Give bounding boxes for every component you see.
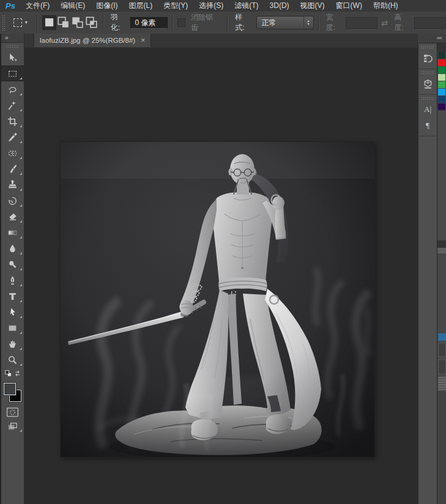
swatch-color[interactable] [438,67,445,73]
swatches-panel-header [437,43,446,52]
menu-select[interactable]: 选择(S) [193,0,229,12]
menu-image[interactable]: 图像(I) [91,0,123,12]
separator [318,15,319,31]
collapse-panels-button[interactable]: «« [418,34,446,43]
screen-mode-button[interactable] [1,419,24,434]
docked-panels-sliver [437,43,446,504]
panel-group-text: A| ¶ [418,95,437,136]
document-tab[interactable]: laofuziZB.jpg @ 25%(RGB/8#) × [34,34,151,47]
layers-control-sliver[interactable] [438,360,446,374]
swatch-color[interactable] [438,96,445,103]
tool-hand[interactable] [1,336,24,352]
menu-type[interactable]: 类型(Y) [158,0,193,12]
options-bar: ▾ 羽化: 0 像素 消除锯齿 样式: 正常 ▴▾ 宽度: ⇄ 高度: [0,12,446,34]
paragraph-panel-icon[interactable]: ¶ [420,117,436,133]
width-input [346,17,377,29]
quick-mask-button[interactable] [1,406,24,419]
separator [37,15,38,31]
tool-dodge[interactable] [1,256,24,272]
feather-input[interactable]: 0 像素 [130,17,167,29]
spinner-arrows-icon: ▴▾ [303,17,313,29]
menu-filter[interactable]: 滤镜(T) [229,0,264,12]
options-grip[interactable] [2,15,6,31]
tool-eyedropper[interactable] [1,129,24,145]
tool-pen[interactable] [1,272,24,288]
menu-edit[interactable]: 编辑(E) [55,0,91,12]
new-selection-button[interactable] [42,15,56,30]
menu-layer[interactable]: 图层(L) [124,0,158,12]
tool-brush[interactable] [1,161,24,177]
panel-grip[interactable] [421,45,434,48]
swatch-color[interactable] [438,89,445,95]
width-label: 宽度: [326,12,342,33]
tool-lasso[interactable] [1,81,24,97]
blend-mode-sliver[interactable] [438,333,446,341]
tool-crop[interactable] [1,113,24,129]
panel-filler [437,391,446,504]
panel-group-history [418,43,437,69]
canvas-pasteboard[interactable] [24,48,418,504]
style-value: 正常 [262,18,277,28]
antialias-checkbox [177,18,186,27]
menu-help[interactable]: 帮助(H) [368,0,404,12]
document-tab-bar: laofuziZB.jpg @ 25%(RGB/8#) × [24,34,418,48]
panel-divider [437,240,446,248]
separator [103,15,104,31]
separator [172,15,173,31]
antialias-label: 消除锯齿 [191,12,219,33]
tool-type[interactable] [1,288,24,304]
style-label: 样式: [235,12,251,33]
panel-grip[interactable] [421,71,434,74]
marquee-tool-icon [13,18,22,27]
intersect-selection-button[interactable] [84,15,98,30]
tool-gradient[interactable] [1,224,24,240]
swap-colors-button[interactable] [13,369,21,380]
history-panel-icon[interactable] [420,50,436,66]
menu-window[interactable]: 窗口(W) [330,0,368,12]
collapse-tools-button[interactable]: » [1,34,24,43]
tool-move[interactable] [1,50,24,65]
document-image[interactable] [61,142,374,457]
default-colors-button[interactable] [4,369,12,380]
character-panel-icon[interactable]: A| [420,102,436,117]
tool-eraser[interactable] [1,209,24,224]
tool-rectangle[interactable] [1,320,24,336]
tools-grip[interactable] [6,45,20,48]
layers-control-sliver[interactable] [438,343,446,357]
swatches-panel-body [437,111,446,240]
separator [227,15,228,31]
tool-healing-brush[interactable] [1,145,24,161]
3d-panel-icon[interactable] [420,76,436,92]
layer-thumbnail-sliver[interactable] [438,377,446,390]
swatch-color[interactable] [438,103,445,110]
vignette [61,142,374,457]
tool-rectangular-marquee[interactable] [1,65,24,81]
tool-clone-stamp[interactable] [1,177,24,193]
default-and-swap-colors [1,368,24,381]
menu-file[interactable]: 文件(F) [20,0,55,12]
document-tab-title: laofuziZB.jpg @ 25%(RGB/8#) [40,37,135,44]
swatch-color[interactable] [438,81,445,88]
style-dropdown[interactable]: 正常 ▴▾ [256,16,314,29]
swatch-color[interactable] [438,52,445,59]
tool-path-selection[interactable] [1,304,24,320]
tool-zoom[interactable] [1,352,24,368]
close-icon[interactable]: × [141,36,145,45]
panel-grip[interactable] [421,97,434,100]
layers-panel-header [437,248,446,254]
swap-dimensions-icon: ⇄ [381,18,388,28]
swatch-color[interactable] [438,74,445,81]
add-to-selection-button[interactable] [56,15,70,30]
layers-panel-body [437,254,446,333]
foreground-color-swatch[interactable] [4,383,16,395]
subtract-from-selection-button[interactable] [70,15,84,30]
chevron-down-icon: ▾ [25,20,28,25]
tool-magic-wand[interactable] [1,97,24,113]
menu-3d[interactable]: 3D(D) [264,0,295,12]
tool-preset-picker[interactable]: ▾ [11,17,30,29]
tool-blur[interactable] [1,240,24,256]
swatch-color[interactable] [438,59,445,66]
menu-view[interactable]: 视图(V) [295,0,330,12]
panel-group-3d [418,69,437,95]
tool-history-brush[interactable] [1,193,24,209]
